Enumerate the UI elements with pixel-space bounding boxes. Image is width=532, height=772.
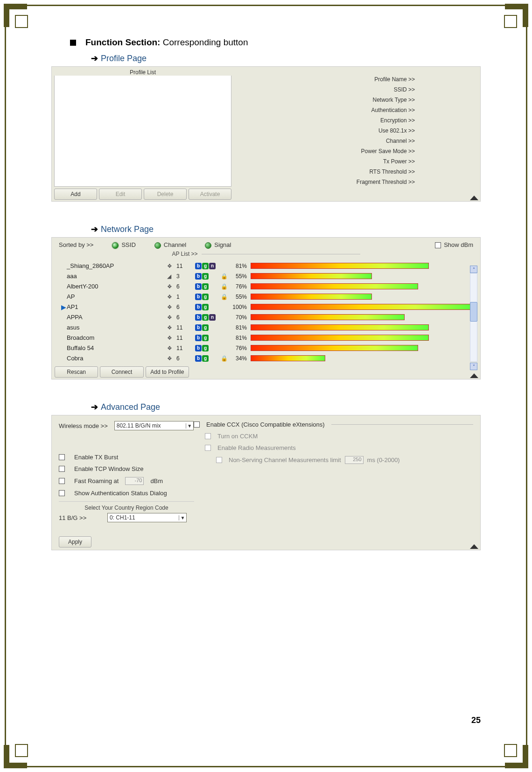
ms-limit-input: 250 — [345, 456, 364, 464]
advanced-panel: Wireless mode >> 802.11 B/G/N mix ▼ Enab… — [51, 415, 481, 550]
mode-g-icon: g — [202, 324, 209, 331]
profile-field-label: Profile Name >> — [238, 76, 476, 83]
lock-icon: 🔒 — [221, 283, 231, 290]
signal-percent: 81% — [231, 263, 251, 269]
signal-percent: 55% — [231, 273, 251, 280]
signal-percent: 100% — [231, 304, 251, 310]
ap-row[interactable]: APPA❖6bgn70% — [61, 312, 471, 323]
section-heading: Function Section: Corresponding button — [70, 37, 481, 48]
rescan-button[interactable]: Rescan — [55, 366, 98, 378]
show-dbm-checkbox[interactable]: Show dBm — [435, 241, 473, 248]
radio-icon — [205, 242, 211, 249]
advanced-page-label: ➔Advanced Page — [91, 402, 481, 412]
signal-bar — [251, 355, 471, 361]
profile-list-box[interactable] — [54, 75, 231, 187]
scrollbar[interactable]: ˄ ˅ — [470, 266, 477, 362]
connect-button[interactable]: Connect — [100, 366, 143, 378]
mode-b-icon: b — [195, 324, 202, 331]
activate-button[interactable]: Activate — [189, 189, 231, 200]
channel-icon: ❖ — [167, 283, 176, 290]
signal-bar — [251, 314, 471, 320]
checkbox-icon — [216, 457, 222, 463]
ap-row[interactable]: _Shiang_2860AP❖11bgn81% — [61, 261, 471, 271]
ap-row[interactable]: Buffalo 54❖11bg76% — [61, 343, 471, 353]
add-button[interactable]: Add — [54, 189, 97, 200]
ap-modes: bg — [195, 273, 221, 280]
checkbox-icon — [59, 454, 65, 460]
ap-modes: bg — [195, 324, 221, 331]
checkbox-icon — [59, 466, 65, 472]
profile-field-label: Tx Power >> — [238, 158, 476, 165]
channel-icon: ❖ — [167, 335, 176, 341]
show-auth-checkbox[interactable]: Show Authentication Status Dialog — [59, 490, 194, 497]
channel-icon: ❖ — [167, 345, 176, 351]
checkbox-icon — [59, 490, 65, 496]
expand-icon[interactable] — [470, 196, 478, 200]
fast-roaming-input[interactable]: -70 — [125, 477, 144, 485]
profile-list-title: Profile List — [54, 69, 231, 76]
heading-bold: Function Section: — [85, 37, 160, 47]
ap-channel: 11 — [176, 345, 195, 351]
enable-tcp-window-checkbox[interactable]: Enable TCP Window Size — [59, 465, 194, 472]
ap-row[interactable]: ▶AP1❖6bg100% — [61, 302, 471, 312]
ap-row[interactable]: Broadcom❖11bg81% — [61, 333, 471, 343]
ap-row[interactable]: Cobra❖6bg🔒34% — [61, 353, 471, 364]
ap-channel: 6 — [176, 304, 195, 310]
wireless-mode-select[interactable]: 802.11 B/G/N mix ▼ — [114, 421, 194, 430]
ap-row[interactable]: aaa◢3bg🔒55% — [61, 271, 471, 281]
fast-roaming-checkbox[interactable]: Fast Roaming at -70 dBm — [59, 477, 194, 485]
network-page-text: Network Page — [101, 225, 154, 234]
sort-signal-radio[interactable]: Signal — [205, 241, 231, 249]
mode-b-icon: b — [195, 335, 202, 341]
ap-row[interactable]: AP❖1bg🔒55% — [61, 292, 471, 302]
ap-list-title: AP List >> — [52, 251, 480, 257]
ap-channel: 11 — [176, 263, 195, 269]
channel-icon: ❖ — [167, 314, 176, 321]
ap-channel: 3 — [176, 273, 195, 280]
scroll-up-icon[interactable]: ˄ — [470, 266, 477, 273]
profile-field-label: Use 802.1x >> — [238, 127, 476, 134]
ap-channel: 6 — [176, 314, 195, 321]
mode-g-icon: g — [202, 263, 209, 269]
network-page-label: ➔Network Page — [91, 224, 481, 234]
mode-b-icon: b — [195, 263, 202, 269]
ap-name: Buffalo 54 — [67, 344, 167, 351]
delete-button[interactable]: Delete — [144, 189, 187, 200]
scroll-down-icon[interactable]: ˅ — [470, 363, 477, 370]
sort-channel-radio[interactable]: Channel — [154, 241, 186, 249]
sort-ssid-radio[interactable]: SSID — [112, 241, 135, 249]
edit-button[interactable]: Edit — [99, 189, 142, 200]
profile-field-label: Power Save Mode >> — [238, 148, 476, 154]
mode-g-icon: g — [202, 273, 209, 280]
add-to-profile-button[interactable]: Add to Profile — [146, 366, 189, 378]
profile-field-label: Channel >> — [238, 138, 476, 144]
ap-name: AP — [67, 293, 167, 300]
turn-on-cckm-checkbox: Turn on CCKM — [192, 433, 473, 440]
apply-button[interactable]: Apply — [59, 536, 91, 547]
lock-icon: 🔒 — [221, 294, 231, 300]
adhoc-icon: ◢ — [167, 273, 176, 280]
ap-row[interactable]: asus❖11bg81% — [61, 323, 471, 333]
enable-ccx-checkbox[interactable]: Enable CCX (Cisco Compatible eXtensions) — [192, 421, 473, 428]
enable-tx-burst-checkbox[interactable]: Enable TX Burst — [59, 454, 194, 461]
mode-b-icon: b — [195, 304, 202, 310]
expand-icon[interactable] — [470, 544, 478, 549]
profile-field-label: Encryption >> — [238, 117, 476, 124]
ap-modes: bgn — [195, 314, 221, 321]
region-select[interactable]: 0: CH1-11 ▼ — [107, 513, 187, 522]
ap-name: Broadcom — [67, 334, 167, 341]
ap-channel: 1 — [176, 294, 195, 300]
arrow-right-icon: ➔ — [91, 54, 98, 63]
mode-g-icon: g — [202, 345, 209, 351]
ap-row[interactable]: AlbertY-200❖6bg🔒76% — [61, 281, 471, 292]
checkbox-icon — [205, 433, 211, 439]
scroll-thumb[interactable] — [470, 302, 477, 322]
ap-name: Cobra — [67, 355, 167, 362]
signal-bar — [251, 335, 471, 341]
signal-percent: 34% — [231, 355, 251, 362]
mode-g-icon: g — [202, 283, 209, 290]
arrow-right-icon: ➔ — [91, 225, 98, 234]
checkbox-icon — [194, 421, 200, 428]
checkbox-icon — [435, 242, 441, 248]
expand-icon[interactable] — [470, 373, 478, 378]
